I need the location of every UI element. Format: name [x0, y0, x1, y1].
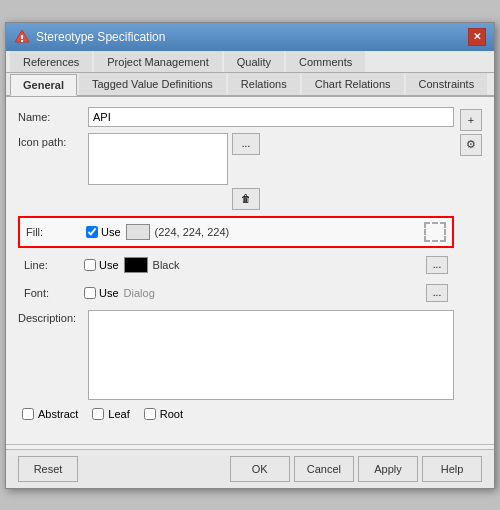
line-label: Line: — [24, 259, 84, 271]
icon-path-inner: ... — [88, 133, 260, 185]
abstract-checkbox[interactable] — [22, 408, 34, 420]
apply-button[interactable]: Apply — [358, 456, 418, 482]
fill-use-checkbox[interactable] — [86, 226, 98, 238]
settings-button[interactable]: ⚙ — [460, 134, 482, 156]
fill-controls: Use (224, 224, 224) — [86, 222, 446, 242]
line-use-label: Use — [99, 259, 119, 271]
tab-general[interactable]: General — [10, 74, 77, 96]
font-value: Dialog — [124, 287, 421, 299]
tab-relations[interactable]: Relations — [228, 73, 300, 95]
title-bar: Stereotype Specification ✕ — [6, 23, 494, 51]
window-title: Stereotype Specification — [36, 30, 165, 44]
tab-chart-relations[interactable]: Chart Relations — [302, 73, 404, 95]
leaf-checkbox-group: Leaf — [92, 408, 129, 420]
font-use-checkbox[interactable] — [84, 287, 96, 299]
side-buttons: + ⚙ — [460, 107, 482, 430]
font-use-checkbox-group: Use — [84, 287, 119, 299]
line-color-box[interactable] — [124, 257, 148, 273]
leaf-label: Leaf — [108, 408, 129, 420]
title-bar-left: Stereotype Specification — [14, 29, 165, 45]
leaf-checkbox[interactable] — [92, 408, 104, 420]
description-textarea[interactable] — [88, 310, 454, 400]
delete-icon-button[interactable]: 🗑 — [232, 188, 260, 210]
fill-row: Fill: Use (224, 224, 224) — [18, 216, 454, 248]
icon-path-controls: ... 🗑 — [88, 133, 260, 210]
fill-use-checkbox-group: Use — [86, 226, 121, 238]
fill-color-box[interactable] — [126, 224, 150, 240]
tab-references[interactable]: References — [10, 51, 92, 72]
name-label: Name: — [18, 111, 88, 123]
svg-rect-1 — [21, 35, 23, 39]
name-input[interactable] — [88, 107, 454, 127]
line-use-checkbox-group: Use — [84, 259, 119, 271]
tab-row-2: General Tagged Value Definitions Relatio… — [6, 73, 494, 97]
icon-path-display — [88, 133, 228, 185]
description-row: Description: — [18, 310, 454, 400]
description-label: Description: — [18, 310, 88, 324]
browse-button[interactable]: ... — [232, 133, 260, 155]
line-controls: Use Black ... — [84, 256, 448, 274]
main-form: Name: Icon path: ... 🗑 Fill: — [18, 107, 454, 430]
tab-tagged-value-definitions[interactable]: Tagged Value Definitions — [79, 73, 226, 95]
content-area: Name: Icon path: ... 🗑 Fill: — [6, 97, 494, 440]
name-row: Name: — [18, 107, 454, 127]
close-button[interactable]: ✕ — [468, 28, 486, 46]
icon-path-row: Icon path: ... 🗑 — [18, 133, 454, 210]
root-checkbox-group: Root — [144, 408, 183, 420]
root-checkbox[interactable] — [144, 408, 156, 420]
checkboxes-row: Abstract Leaf Root — [22, 408, 454, 420]
font-controls: Use Dialog ... — [84, 284, 448, 302]
fill-pattern-button[interactable] — [424, 222, 446, 242]
fill-color-text: (224, 224, 224) — [155, 226, 419, 238]
font-options-button[interactable]: ... — [426, 284, 448, 302]
tab-row-1: References Project Management Quality Co… — [6, 51, 494, 73]
tab-comments[interactable]: Comments — [286, 51, 365, 72]
line-color-text: Black — [153, 259, 421, 271]
add-button[interactable]: + — [460, 109, 482, 131]
line-row: Line: Use Black ... — [18, 254, 454, 276]
fill-label: Fill: — [26, 226, 86, 238]
abstract-label: Abstract — [38, 408, 78, 420]
reset-button[interactable]: Reset — [18, 456, 78, 482]
fill-use-label: Use — [101, 226, 121, 238]
btn-group-right: OK Cancel Apply Help — [230, 456, 482, 482]
svg-rect-2 — [21, 40, 23, 42]
app-icon — [14, 29, 30, 45]
line-use-checkbox[interactable] — [84, 259, 96, 271]
font-use-label: Use — [99, 287, 119, 299]
tab-quality[interactable]: Quality — [224, 51, 284, 72]
abstract-checkbox-group: Abstract — [22, 408, 78, 420]
help-button[interactable]: Help — [422, 456, 482, 482]
line-options-button[interactable]: ... — [426, 256, 448, 274]
font-row: Font: Use Dialog ... — [18, 282, 454, 304]
ok-button[interactable]: OK — [230, 456, 290, 482]
cancel-button[interactable]: Cancel — [294, 456, 354, 482]
tab-constraints[interactable]: Constraints — [406, 73, 488, 95]
bottom-buttons: Reset OK Cancel Apply Help — [6, 449, 494, 488]
root-label: Root — [160, 408, 183, 420]
tab-project-management[interactable]: Project Management — [94, 51, 222, 72]
font-label: Font: — [24, 287, 84, 299]
main-window: Stereotype Specification ✕ References Pr… — [5, 22, 495, 489]
icon-path-label: Icon path: — [18, 133, 88, 148]
